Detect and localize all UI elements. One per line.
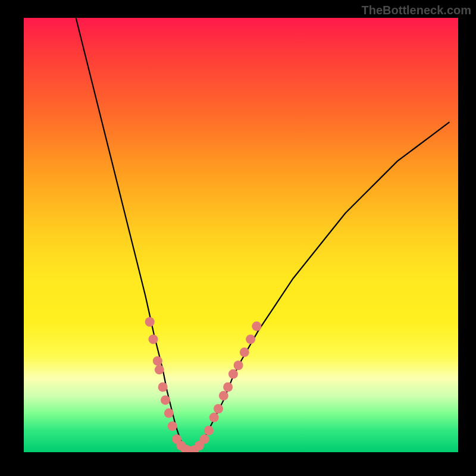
data-marker xyxy=(246,334,255,344)
data-marker xyxy=(161,395,170,405)
data-marker xyxy=(223,383,233,392)
data-marker xyxy=(149,334,158,344)
bottleneck-curve xyxy=(76,18,450,452)
data-marker xyxy=(228,369,238,379)
data-marker xyxy=(158,383,168,392)
attribution-text: TheBottleneck.com xyxy=(362,4,471,17)
data-marker xyxy=(209,413,219,422)
data-marker xyxy=(214,404,223,414)
data-marker xyxy=(252,321,261,331)
chart-svg xyxy=(24,18,458,452)
data-marker xyxy=(153,356,162,366)
data-marker xyxy=(200,434,209,444)
chart-frame: TheBottleneck.com xyxy=(0,0,476,476)
data-marker xyxy=(168,421,177,431)
data-marker xyxy=(234,361,243,370)
data-marker xyxy=(204,426,214,436)
data-marker xyxy=(240,347,249,357)
data-marker xyxy=(155,365,164,374)
data-marker xyxy=(145,317,155,327)
data-marker xyxy=(219,391,228,400)
data-marker xyxy=(164,408,174,418)
plot-area xyxy=(24,18,458,452)
